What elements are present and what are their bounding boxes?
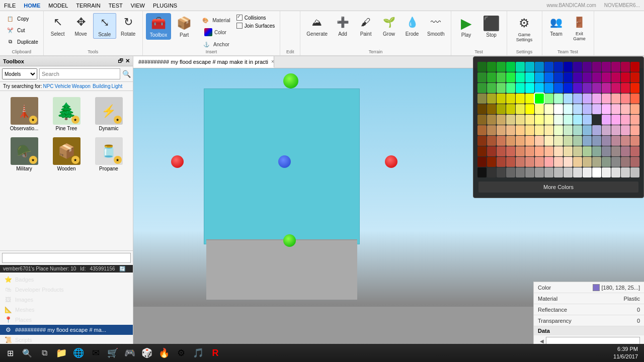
hex-cell-1-9[interactable] — [564, 72, 573, 82]
hex-cell-0-10[interactable] — [573, 62, 582, 72]
smooth-button[interactable]: 〰 Smooth — [424, 13, 447, 38]
stop-button[interactable]: ⬛ Stop — [479, 13, 504, 40]
hex-cell-7-2[interactable] — [497, 136, 506, 146]
hex-cell-7-6[interactable] — [535, 136, 544, 146]
hex-cell-4-7[interactable] — [544, 104, 553, 114]
hex-cell-8-9[interactable] — [564, 146, 573, 156]
move-button[interactable]: ✥ Move — [70, 13, 92, 38]
play-button[interactable]: ▶ Play — [454, 13, 478, 40]
taskbar-start[interactable]: ⊞ — [2, 345, 18, 361]
hex-cell-0-8[interactable] — [554, 62, 563, 72]
hex-cell-9-16[interactable] — [630, 157, 639, 167]
hex-cell-4-6[interactable] — [535, 104, 544, 114]
hex-cell-4-2[interactable] — [497, 104, 506, 114]
hex-cell-4-8[interactable] — [554, 104, 563, 114]
hex-cell-9-0[interactable] — [477, 157, 487, 167]
search-icon[interactable]: 🔍 — [122, 70, 131, 78]
hex-cell-4-16[interactable] — [630, 104, 639, 114]
taskbar-roblox[interactable]: R — [207, 345, 223, 361]
hex-cell-2-3[interactable] — [506, 83, 515, 93]
hex-cell-10-9[interactable] — [564, 167, 573, 177]
hex-cell-8-10[interactable] — [573, 146, 582, 156]
toolbox-category-select[interactable]: Models — [2, 68, 37, 79]
hex-cell-6-3[interactable] — [506, 125, 515, 135]
hex-cell-4-10[interactable] — [573, 104, 582, 114]
hex-cell-7-14[interactable] — [611, 136, 620, 146]
hex-cell-7-15[interactable] — [621, 136, 630, 146]
hex-cell-0-16[interactable] — [630, 62, 639, 72]
hex-cell-3-10[interactable] — [573, 94, 582, 104]
hex-cell-2-9[interactable] — [564, 83, 573, 93]
taskbar-fire[interactable]: 🔥 — [156, 345, 172, 361]
hex-cell-3-13[interactable] — [602, 94, 611, 104]
menu-item-view[interactable]: VIEW — [129, 3, 147, 9]
hex-cell-3-8[interactable] — [554, 94, 563, 104]
hex-cell-9-3[interactable] — [506, 157, 515, 167]
hex-cell-9-2[interactable] — [497, 157, 506, 167]
orb-red-left[interactable] — [171, 155, 184, 168]
hex-cell-7-13[interactable] — [602, 136, 611, 146]
hex-cell-10-4[interactable] — [516, 167, 525, 177]
hex-cell-0-13[interactable] — [602, 62, 611, 72]
hex-cell-3-5[interactable] — [525, 94, 534, 104]
hex-cell-7-10[interactable] — [573, 136, 582, 146]
hex-cell-7-16[interactable] — [630, 136, 639, 146]
viewport-tab-close[interactable]: × — [271, 59, 274, 64]
explorer-scripts[interactable]: 📜 Scripts — [0, 335, 133, 345]
hex-cell-9-15[interactable] — [621, 157, 630, 167]
taskbar-shop[interactable]: 🛒 — [105, 345, 121, 361]
hex-cell-6-11[interactable] — [583, 125, 592, 135]
hex-cell-9-9[interactable] — [564, 157, 573, 167]
hex-cell-7-3[interactable] — [506, 136, 515, 146]
hex-cell-4-1[interactable] — [487, 104, 496, 114]
hex-cell-4-13[interactable] — [602, 104, 611, 114]
explorer-places[interactable]: 📍 Places — [0, 315, 133, 325]
hex-cell-0-5[interactable] — [525, 62, 534, 72]
filter-building[interactable]: Building — [93, 83, 111, 89]
prop-left-arrow[interactable]: ◀ — [538, 338, 546, 344]
hex-cell-8-0[interactable] — [477, 146, 487, 156]
add-terrain-button[interactable]: ➕ Add — [332, 13, 354, 38]
hex-cell-1-12[interactable] — [592, 72, 601, 82]
hex-cell-0-12[interactable] — [592, 62, 601, 72]
collisions-checkbox[interactable] — [236, 15, 243, 21]
explorer-images[interactable]: 🖼 Images — [0, 295, 133, 305]
hex-cell-8-3[interactable] — [506, 146, 515, 156]
exit-game-button[interactable]: 🚪 ExitGame — [569, 13, 591, 42]
taskbar-mail[interactable]: ✉ — [88, 345, 104, 361]
tool-item-propane[interactable]: 🫙 ★ Propane — [89, 135, 129, 173]
hex-cell-9-11[interactable] — [583, 157, 592, 167]
hex-cell-9-8[interactable] — [554, 157, 563, 167]
hex-cell-5-3[interactable] — [506, 115, 515, 125]
viewport[interactable]: ########## my flood escape # map make it… — [133, 56, 644, 347]
hex-cell-5-13[interactable] — [602, 115, 611, 125]
hex-cell-2-6[interactable] — [535, 83, 544, 93]
hex-cell-5-15[interactable] — [621, 115, 630, 125]
hex-cell-3-7[interactable] — [544, 94, 553, 104]
menu-item-test[interactable]: TEST — [107, 3, 125, 9]
hex-cell-2-11[interactable] — [583, 83, 592, 93]
hex-cell-9-10[interactable] — [573, 157, 582, 167]
hex-cell-2-16[interactable] — [630, 83, 639, 93]
game-settings-button[interactable]: ⚙ GameSettings — [512, 13, 537, 44]
hex-cell-5-9[interactable] — [564, 115, 573, 125]
hex-cell-4-9[interactable] — [564, 104, 573, 114]
scale-button[interactable]: ⤡ Scale — [93, 13, 116, 39]
hex-cell-10-5[interactable] — [525, 167, 534, 177]
toolbox-button[interactable]: 🧰 Toolbox — [146, 13, 171, 40]
hex-cell-6-14[interactable] — [611, 125, 620, 135]
hex-cell-3-3[interactable] — [506, 94, 515, 104]
hex-cell-4-3[interactable] — [506, 104, 515, 114]
hex-cell-6-15[interactable] — [621, 125, 630, 135]
hex-cell-7-5[interactable] — [525, 136, 534, 146]
hex-cell-8-2[interactable] — [497, 146, 506, 156]
hex-cell-9-7[interactable] — [544, 157, 553, 167]
copy-button[interactable]: 📋 Copy — [3, 13, 40, 24]
hex-cell-7-12[interactable] — [592, 136, 601, 146]
hex-cell-2-1[interactable] — [487, 83, 496, 93]
taskbar-game1[interactable]: 🎮 — [122, 345, 138, 361]
hex-cell-9-13[interactable] — [602, 157, 611, 167]
toolbox-restore-icon[interactable]: 🗗 — [118, 58, 123, 64]
hex-cell-5-5[interactable] — [525, 115, 534, 125]
hex-cell-7-9[interactable] — [564, 136, 573, 146]
